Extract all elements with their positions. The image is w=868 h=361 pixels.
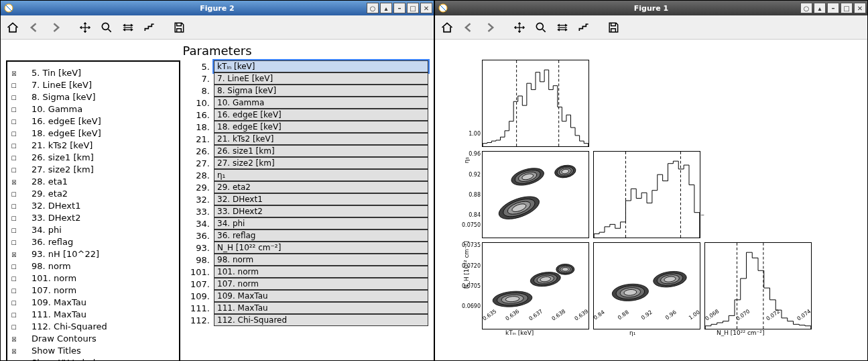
save-button[interactable]: [604, 18, 623, 37]
window-close-button[interactable]: ✕: [854, 3, 866, 13]
edit-button[interactable]: [574, 18, 593, 37]
pan-button[interactable]: [510, 18, 529, 37]
checkbox-icon[interactable]: ☐: [11, 236, 19, 248]
checkbox-icon[interactable]: ☐: [11, 272, 19, 285]
check-row[interactable]: ☐21. kTs2 [keV]: [11, 140, 172, 152]
checkbox-icon[interactable]: ☒: [11, 357, 19, 360]
checkbox-icon[interactable]: ☐: [11, 321, 19, 333]
check-row[interactable]: ☒28. eta1: [11, 176, 172, 188]
checkbox-icon[interactable]: ☐: [11, 309, 19, 321]
check-row[interactable]: ☐10. Gamma: [11, 103, 172, 115]
param-textfield[interactable]: 7. LineE [keV]: [214, 72, 428, 85]
checkbox-icon[interactable]: ☐: [11, 285, 19, 297]
param-textfield[interactable]: 111. MaxTau: [214, 302, 428, 314]
checkbox-icon[interactable]: ☐: [11, 212, 19, 224]
check-row[interactable]: ☐107. norm: [11, 285, 172, 297]
window-maximize-button[interactable]: □: [407, 3, 419, 13]
window-close-button[interactable]: ✕: [420, 3, 432, 13]
check-row[interactable]: ☐112. Chi-Squared: [11, 321, 172, 333]
check-row[interactable]: ☒93. nH [10^22]: [11, 248, 172, 260]
check-row[interactable]: ☒5. Tin [keV]: [11, 67, 172, 79]
checkbox-icon[interactable]: ☒: [11, 333, 19, 345]
checkbox-icon[interactable]: ☐: [11, 127, 19, 140]
checkbox-icon[interactable]: ☐: [11, 115, 19, 127]
window-rollup-button[interactable]: ○: [800, 3, 812, 13]
window-rollup-button[interactable]: ○: [367, 3, 379, 13]
checkbox-icon[interactable]: ☐: [11, 224, 19, 236]
param-textfield[interactable]: 34. phi: [214, 217, 428, 229]
checkbox-icon[interactable]: ☐: [11, 103, 19, 115]
param-textfield[interactable]: 33. DHext2: [214, 205, 428, 217]
param-textfield[interactable]: 101. norm: [214, 266, 428, 278]
check-row[interactable]: ☐111. MaxTau: [11, 309, 172, 321]
back-button[interactable]: [25, 18, 44, 37]
check-row[interactable]: ☐98. norm: [11, 260, 172, 272]
check-row[interactable]: ☐16. edgeE [keV]: [11, 115, 172, 127]
back-button[interactable]: [459, 18, 478, 37]
param-textfield[interactable]: 27. size2 [km]: [214, 157, 428, 169]
check-row[interactable]: ☒Show Titles: [11, 345, 172, 357]
param-textfield[interactable]: 8. Sigma [keV]: [214, 85, 428, 97]
check-row[interactable]: ☐32. DHext1: [11, 200, 172, 212]
window-restore-button[interactable]: ▴: [380, 3, 392, 13]
check-row[interactable]: ☐27. size2 [km]: [11, 164, 172, 176]
param-textfield[interactable]: 112. Chi-Squared: [214, 314, 428, 326]
param-textfield[interactable]: 26. size1 [km]: [214, 145, 428, 157]
check-row[interactable]: ☐29. eta2: [11, 188, 172, 200]
edit-button[interactable]: [140, 18, 159, 37]
window-restore-button[interactable]: ▴: [814, 3, 826, 13]
checkbox-icon[interactable]: ☐: [11, 152, 19, 164]
window-minimize-button[interactable]: –: [393, 3, 406, 13]
checkbox-icon[interactable]: ☐: [11, 297, 19, 309]
save-button[interactable]: [170, 18, 188, 37]
checkbox-icon[interactable]: ☐: [11, 260, 19, 272]
titlebar-figure-2[interactable]: Figure 2 ○ ▴ – □ ✕: [1, 1, 434, 15]
param-textfield[interactable]: 16. edgeE [keV]: [214, 109, 428, 121]
param-textfield[interactable]: 109. MaxTau: [214, 290, 428, 302]
titlebar-figure-1[interactable]: Figure 1 ○ ▴ – □ ✕: [435, 1, 867, 15]
pan-button[interactable]: [76, 18, 95, 37]
param-textfield[interactable]: 107. norm: [214, 278, 428, 290]
check-row[interactable]: ☐7. LineE [keV]: [11, 79, 172, 91]
home-button[interactable]: [438, 18, 456, 37]
check-row[interactable]: ☐18. edgeE [keV]: [11, 127, 172, 140]
checkbox-icon[interactable]: ☒: [11, 176, 19, 188]
checkbox-icon[interactable]: ☒: [11, 67, 19, 79]
home-button[interactable]: [3, 18, 22, 37]
param-textfield[interactable]: kTᵢₙ [keV]: [214, 60, 428, 72]
checkbox-icon[interactable]: ☐: [11, 200, 19, 212]
param-textfield[interactable]: 10. Gamma: [214, 97, 428, 109]
forward-button[interactable]: [46, 18, 65, 37]
check-row[interactable]: ☐34. phi: [11, 224, 172, 236]
zoom-button[interactable]: [97, 18, 116, 37]
checkbox-icon[interactable]: ☒: [11, 248, 19, 260]
checkbox-icon[interactable]: ☐: [11, 164, 19, 176]
subplots-button[interactable]: [119, 18, 137, 37]
check-row[interactable]: ☒Show XY Labels: [11, 357, 172, 360]
check-row[interactable]: ☒Draw Contours: [11, 333, 172, 345]
check-row[interactable]: ☐101. norm: [11, 272, 172, 285]
param-textfield[interactable]: 32. DHext1: [214, 193, 428, 205]
param-textfield[interactable]: 98. norm: [214, 254, 428, 266]
checkbox-icon[interactable]: ☐: [11, 79, 19, 91]
checkbox-icon[interactable]: ☐: [11, 91, 19, 103]
checkbox-icon[interactable]: ☐: [11, 140, 19, 152]
checkbox-icon[interactable]: ☒: [11, 345, 19, 357]
param-textfield[interactable]: 29. eta2: [214, 181, 428, 193]
param-textfield[interactable]: 18. edgeE [keV]: [214, 121, 428, 133]
param-textfield[interactable]: 21. kTs2 [keV]: [214, 133, 428, 145]
check-row[interactable]: ☐26. size1 [km]: [11, 152, 172, 164]
check-row[interactable]: ☐109. MaxTau: [11, 297, 172, 309]
window-maximize-button[interactable]: □: [841, 3, 853, 13]
forward-button[interactable]: [481, 18, 499, 37]
param-textfield[interactable]: N_H [10²² cm⁻²]: [214, 242, 428, 254]
check-row[interactable]: ☐33. DHext2: [11, 212, 172, 224]
zoom-button[interactable]: [532, 18, 550, 37]
window-minimize-button[interactable]: –: [827, 3, 839, 13]
subplots-button[interactable]: [553, 18, 572, 37]
checkbox-icon[interactable]: ☐: [11, 188, 19, 200]
check-row[interactable]: ☐8. Sigma [keV]: [11, 91, 172, 103]
check-row[interactable]: ☐36. reflag: [11, 236, 172, 248]
param-textfield[interactable]: 36. reflag: [214, 229, 428, 242]
param-textfield[interactable]: η₁: [214, 169, 428, 181]
